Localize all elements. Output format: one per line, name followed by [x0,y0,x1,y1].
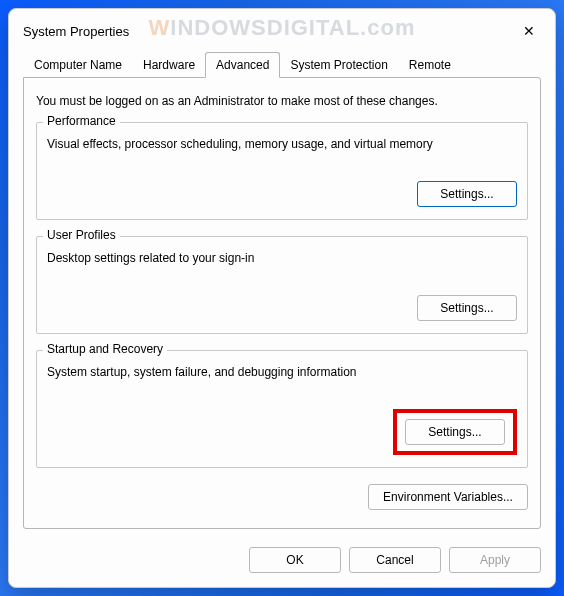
dialog-footer: OK Cancel Apply [9,541,555,587]
env-row: Environment Variables... [36,484,528,510]
window-title: System Properties [23,24,129,39]
apply-button: Apply [449,547,541,573]
ok-button[interactable]: OK [249,547,341,573]
startup-recovery-settings-button[interactable]: Settings... [405,419,505,445]
group-user-profiles-legend: User Profiles [43,228,120,242]
tab-advanced[interactable]: Advanced [205,52,280,78]
group-startup-recovery: Startup and Recovery System startup, sys… [36,350,528,468]
user-profiles-settings-button[interactable]: Settings... [417,295,517,321]
environment-variables-button[interactable]: Environment Variables... [368,484,528,510]
close-icon[interactable]: ✕ [517,19,541,43]
tab-computer-name[interactable]: Computer Name [23,52,133,77]
tab-hardware[interactable]: Hardware [132,52,206,77]
tab-remote[interactable]: Remote [398,52,462,77]
system-properties-window: WINDOWSDIGITAL.com System Properties ✕ C… [8,8,556,588]
group-user-profiles: User Profiles Desktop settings related t… [36,236,528,334]
group-performance-legend: Performance [43,114,120,128]
tab-content-advanced: You must be logged on as an Administrato… [23,77,541,529]
tab-row: Computer Name Hardware Advanced System P… [9,51,555,77]
titlebar: System Properties ✕ [9,9,555,51]
group-performance-desc: Visual effects, processor scheduling, me… [47,137,517,151]
group-user-profiles-desc: Desktop settings related to your sign-in [47,251,517,265]
group-startup-recovery-legend: Startup and Recovery [43,342,167,356]
group-performance: Performance Visual effects, processor sc… [36,122,528,220]
admin-note: You must be logged on as an Administrato… [36,94,528,108]
highlight-annotation: Settings... [393,409,517,455]
performance-settings-button[interactable]: Settings... [417,181,517,207]
group-startup-recovery-desc: System startup, system failure, and debu… [47,365,517,379]
tab-system-protection[interactable]: System Protection [279,52,398,77]
cancel-button[interactable]: Cancel [349,547,441,573]
